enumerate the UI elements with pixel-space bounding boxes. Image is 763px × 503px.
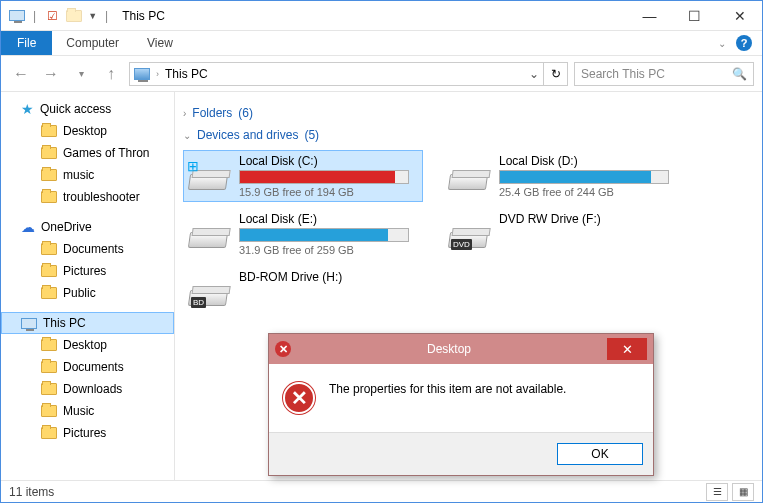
folder-icon xyxy=(41,147,57,159)
nav-documents[interactable]: Documents xyxy=(1,238,174,260)
drive-name: DVD RW Drive (F:) xyxy=(499,212,679,226)
nav-pc-pictures[interactable]: Pictures xyxy=(1,422,174,444)
search-placeholder: Search This PC xyxy=(581,67,665,81)
dialog-close-button[interactable]: ✕ xyxy=(607,338,647,360)
up-button[interactable]: ↑ xyxy=(99,62,123,86)
window-controls: — ☐ ✕ xyxy=(627,1,762,30)
chevron-right-icon: › xyxy=(183,108,186,119)
folder-icon xyxy=(41,287,57,299)
dialog-titlebar[interactable]: ✕ Desktop ✕ xyxy=(269,334,653,364)
dialog-message: The properties for this item are not ava… xyxy=(329,382,566,396)
separator: | xyxy=(105,9,108,23)
star-icon: ★ xyxy=(21,101,34,117)
folder-icon xyxy=(41,427,57,439)
folder-icon xyxy=(41,339,57,351)
drive-name: Local Disk (E:) xyxy=(239,212,419,226)
tiles-view-button[interactable]: ▦ xyxy=(732,483,754,501)
usage-bar xyxy=(239,228,409,242)
tab-computer[interactable]: Computer xyxy=(52,31,133,55)
drive-icon: BD xyxy=(187,270,231,310)
nav-pc-desktop[interactable]: Desktop xyxy=(1,334,174,356)
maximize-button[interactable]: ☐ xyxy=(672,1,717,30)
nav-public[interactable]: Public xyxy=(1,282,174,304)
usage-bar xyxy=(239,170,409,184)
forward-button[interactable]: → xyxy=(39,62,63,86)
drive-icon: DVD xyxy=(447,212,491,252)
drive-info: Local Disk (D:) 25.4 GB free of 244 GB xyxy=(499,154,679,198)
cloud-icon: ☁ xyxy=(21,219,35,235)
back-button[interactable]: ← xyxy=(9,62,33,86)
refresh-button[interactable]: ↻ xyxy=(544,62,568,86)
drive-item[interactable]: Local Disk (D:) 25.4 GB free of 244 GB xyxy=(443,150,683,202)
nav-pc-music[interactable]: Music xyxy=(1,400,174,422)
chevron-down-icon: ⌄ xyxy=(183,130,191,141)
folder-icon xyxy=(41,361,57,373)
item-count: 11 items xyxy=(9,485,54,499)
search-input[interactable]: Search This PC 🔍 xyxy=(574,62,754,86)
address-dropdown-icon[interactable]: ⌄ xyxy=(529,67,539,81)
group-drives[interactable]: ⌄ Devices and drives (5) xyxy=(183,128,754,142)
file-tab[interactable]: File xyxy=(1,31,52,55)
error-large-icon: ✕ xyxy=(283,382,315,414)
qat-dropdown-icon[interactable]: ▼ xyxy=(88,11,97,21)
drive-info: Local Disk (C:) 15.9 GB free of 194 GB xyxy=(239,154,419,198)
window-title: This PC xyxy=(122,9,165,23)
nav-quick-access[interactable]: ★Quick access xyxy=(1,98,174,120)
nav-this-pc[interactable]: This PC xyxy=(1,312,174,334)
folder-icon xyxy=(41,191,57,203)
drive-item[interactable]: Local Disk (E:) 31.9 GB free of 259 GB xyxy=(183,208,423,260)
status-bar: 11 items ☰ ▦ xyxy=(1,480,762,502)
titlebar: | ☑ ▼ | This PC — ☐ ✕ xyxy=(1,1,762,31)
nav-desktop[interactable]: Desktop xyxy=(1,120,174,142)
navigation-row: ← → ▾ ↑ › This PC ⌄ ↻ Search This PC 🔍 xyxy=(1,56,762,92)
nav-pc-downloads[interactable]: Downloads xyxy=(1,378,174,400)
recent-dropdown-icon[interactable]: ▾ xyxy=(69,62,93,86)
drive-name: BD-ROM Drive (H:) xyxy=(239,270,419,284)
new-folder-icon[interactable] xyxy=(66,8,82,24)
nav-games[interactable]: Games of Thron xyxy=(1,142,174,164)
drive-item[interactable]: ⊞ Local Disk (C:) 15.9 GB free of 194 GB xyxy=(183,150,423,202)
nav-pc-documents[interactable]: Documents xyxy=(1,356,174,378)
ribbon-tabs: File Computer View ⌄ ? xyxy=(1,31,762,56)
pc-icon xyxy=(21,318,37,329)
navigation-pane: ★Quick access Desktop Games of Thron mus… xyxy=(1,92,175,480)
drive-icon: ⊞ xyxy=(187,154,231,194)
search-icon: 🔍 xyxy=(732,67,747,81)
breadcrumb[interactable]: This PC xyxy=(165,67,208,81)
dialog-title: Desktop xyxy=(291,342,607,356)
properties-icon[interactable]: ☑ xyxy=(44,8,60,24)
ok-button[interactable]: OK xyxy=(557,443,643,465)
tab-view[interactable]: View xyxy=(133,31,187,55)
separator: | xyxy=(33,9,36,23)
close-button[interactable]: ✕ xyxy=(717,1,762,30)
nav-pictures[interactable]: Pictures xyxy=(1,260,174,282)
folder-icon xyxy=(41,383,57,395)
drive-info: Local Disk (E:) 31.9 GB free of 259 GB xyxy=(239,212,419,256)
drive-free: 31.9 GB free of 259 GB xyxy=(239,244,419,256)
drive-name: Local Disk (D:) xyxy=(499,154,679,168)
windows-icon: ⊞ xyxy=(187,158,199,174)
minimize-button[interactable]: — xyxy=(627,1,672,30)
nav-music[interactable]: music xyxy=(1,164,174,186)
drive-free: 25.4 GB free of 244 GB xyxy=(499,186,679,198)
drive-item[interactable]: DVD DVD RW Drive (F:) xyxy=(443,208,683,260)
quick-access-toolbar: | ☑ ▼ | xyxy=(1,8,118,24)
pc-icon xyxy=(134,68,150,80)
nav-troubleshooter[interactable]: troubleshooter xyxy=(1,186,174,208)
drive-name: Local Disk (C:) xyxy=(239,154,419,168)
ribbon-expand-icon[interactable]: ⌄ xyxy=(718,38,726,49)
folder-icon xyxy=(41,169,57,181)
help-icon[interactable]: ? xyxy=(736,35,752,51)
bd-icon: BD xyxy=(191,297,206,308)
folder-icon xyxy=(41,265,57,277)
dialog-footer: OK xyxy=(269,432,653,475)
details-view-button[interactable]: ☰ xyxy=(706,483,728,501)
group-folders[interactable]: › Folders (6) xyxy=(183,106,754,120)
address-bar[interactable]: › This PC ⌄ xyxy=(129,62,544,86)
error-dialog: ✕ Desktop ✕ ✕ The properties for this it… xyxy=(268,333,654,476)
nav-onedrive[interactable]: ☁OneDrive xyxy=(1,216,174,238)
app-icon xyxy=(9,8,25,24)
error-icon: ✕ xyxy=(275,341,291,357)
drive-item[interactable]: BD BD-ROM Drive (H:) xyxy=(183,266,423,314)
drive-info: DVD RW Drive (F:) xyxy=(499,212,679,256)
